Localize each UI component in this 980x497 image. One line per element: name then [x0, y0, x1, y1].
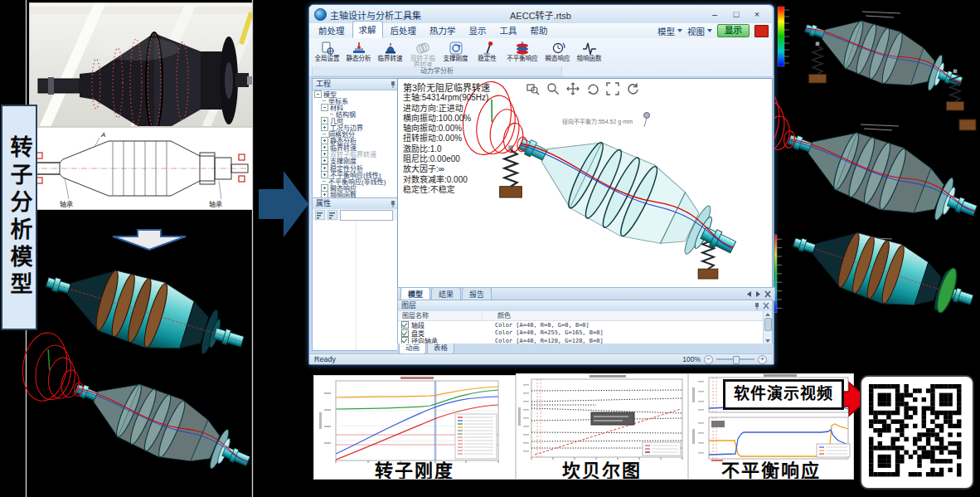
properties-grid	[313, 221, 399, 350]
tree-item-loads-boundary[interactable]: 工况与边界	[313, 124, 399, 130]
zoom-slider-thumb[interactable]	[733, 356, 740, 364]
unbalance-annotation: 径向不平衡力:554.52 g·mm	[562, 117, 633, 125]
waveform-icon	[582, 41, 597, 56]
properties-panel: 属性	[312, 197, 400, 351]
scrollbar-thumb[interactable]	[764, 318, 772, 331]
pin-icon[interactable]	[390, 80, 396, 88]
tree-item-model[interactable]: 模型	[313, 90, 399, 97]
tab-results[interactable]: 结果	[431, 287, 461, 300]
qr-code	[860, 375, 974, 490]
refresh-icon[interactable]	[626, 82, 639, 95]
stacked-disks-icon	[515, 41, 530, 56]
campbell-chart-caption: 坎贝尔图	[517, 456, 687, 480]
document-name: AECC转子.rtsb	[309, 8, 772, 22]
menu-tools[interactable]: 工具	[494, 22, 523, 38]
record-indicator	[754, 25, 769, 37]
result-info-block: 第3阶无阻尼临界转速 主轴:54314rpm(905Hz) 进动方向:正进动 横…	[403, 83, 490, 195]
unbalance-chart-caption: 不平衡响应	[689, 456, 853, 480]
display-button[interactable]: 显示	[717, 24, 750, 37]
checkbox-checked-icon[interactable]	[401, 321, 409, 329]
viewport-toolbar	[526, 82, 639, 95]
zoom-in-button[interactable]: +	[758, 355, 767, 364]
tree-item-material[interactable]: 材料	[313, 104, 399, 110]
maximize-button[interactable]: □	[725, 7, 747, 22]
sort-az-icon[interactable]	[327, 210, 337, 220]
menubar: 前处理 求解 后处理 热力学 显示 工具 帮助 模型 视图 显示	[309, 23, 772, 39]
pendulum-icon	[480, 41, 495, 56]
pin-icon[interactable]	[754, 302, 760, 309]
tab-close-icon[interactable]	[764, 290, 771, 298]
bearing-label-left: 轴承	[60, 200, 73, 208]
categorize-icon[interactable]	[315, 210, 325, 220]
project-panel-header: 工程	[313, 79, 399, 90]
clock-icon	[551, 41, 565, 56]
fit-view-icon[interactable]	[606, 82, 619, 95]
tab-next-icon[interactable]	[755, 290, 761, 298]
status-text: Ready	[314, 354, 336, 364]
flow-arrow	[259, 171, 308, 237]
properties-filter-input[interactable]	[340, 210, 393, 221]
qr-code-graphic	[861, 377, 969, 485]
layers-panel-header: 图层	[398, 300, 772, 312]
stiffness-chart-plot	[314, 376, 515, 464]
scroll-down-icon[interactable]	[765, 339, 770, 343]
menu-postprocess[interactable]: 后处理	[385, 22, 423, 38]
model-dropdown[interactable]: 模型	[657, 25, 682, 37]
right-view-3	[770, 212, 980, 329]
viewport[interactable]: 第3阶无阻尼临界转速 主轴:54314rpm(905Hz) 进动方向:正进动 横…	[397, 78, 773, 289]
document-gear-icon	[320, 41, 335, 56]
rotor-drawing-graphic: 轴承 轴承 A	[30, 128, 252, 209]
menu-solve[interactable]: 求解	[352, 21, 383, 38]
menu-help[interactable]: 帮助	[525, 22, 554, 38]
campbell-chart-plot	[517, 374, 687, 464]
rotor-drawing: 轴承 轴承 A	[29, 127, 253, 210]
campbell-chart: 坎贝尔图	[516, 373, 688, 480]
ribbon: 全局设置 静态分析 临界转速 双转子临界转速 支撑刚度	[309, 38, 772, 77]
bearing-label-right: 轴承	[209, 200, 222, 208]
pin-icon[interactable]	[390, 200, 396, 207]
menu-thermal[interactable]: 热力学	[424, 22, 462, 38]
view-dropdown[interactable]: 视图	[687, 25, 712, 37]
zoom-icon[interactable]	[546, 82, 560, 95]
project-panel: 工程 模型 坐标系 材料 结构钢 几何 工况与边界 网格划分 静态分析 临界转速…	[312, 78, 400, 199]
rotor-photo	[29, 2, 253, 127]
layers-scrollbar[interactable]	[763, 311, 772, 344]
app-window: 主轴设计与分析工具集 AECC转子.rtsb – □ × 前处理 求解 后处理 …	[308, 4, 774, 365]
layers-panel: 图层 图层名称 颜色 轴段 Color [A=40, R=0, G=0, B=0…	[397, 300, 773, 345]
chevron-down-icon	[677, 29, 682, 32]
project-tree: 模型 坐标系 材料 结构钢 几何 工况与边界 网格划分 静态分析 临界转速 双转…	[313, 90, 399, 198]
zoom-out-button[interactable]: −	[704, 355, 713, 364]
minimize-button[interactable]: –	[704, 7, 725, 22]
slide-canvas: 轴承 轴承 A 转子分析模型 主轴设计与分析工具集 AECC转子.rtsb – …	[0, 0, 980, 497]
rotate-icon[interactable]	[586, 82, 599, 95]
scroll-up-icon[interactable]	[765, 313, 770, 316]
properties-panel-header: 属性	[313, 198, 399, 210]
left-rotor-model	[37, 250, 252, 374]
menu-display[interactable]: 显示	[463, 22, 492, 38]
boxed-refresh-icon	[449, 41, 463, 56]
chevron-down-icon	[707, 29, 712, 32]
stiffness-chart-caption: 转子刚度	[314, 456, 515, 480]
beacon-icon	[383, 41, 398, 56]
detail-label: A	[100, 131, 105, 139]
close-button[interactable]: ×	[746, 7, 768, 22]
tab-model[interactable]: 模型	[400, 287, 430, 300]
zoom-slider[interactable]	[716, 358, 754, 360]
checkbox-checked-icon[interactable]	[401, 329, 409, 337]
layers-columns: 图层名称 颜色	[398, 311, 764, 321]
stiffness-chart: 转子刚度	[313, 375, 516, 480]
status-bar: Ready 100% − +	[309, 353, 772, 364]
close-icon[interactable]	[763, 302, 769, 309]
left-caption-panel: 转子分析模型	[1, 105, 37, 330]
zoom-window-icon[interactable]	[526, 82, 540, 95]
press-icon	[352, 41, 366, 56]
tab-prev-icon[interactable]	[746, 290, 752, 298]
pan-icon[interactable]	[566, 82, 580, 95]
ribbon-group-label: 动力学分析	[312, 66, 562, 76]
right-view-1	[778, 2, 970, 110]
tab-report[interactable]: 报告	[462, 287, 492, 300]
frf-button[interactable]: 频响函数	[574, 39, 604, 71]
down-arrow	[113, 230, 186, 250]
menu-preprocess[interactable]: 前处理	[313, 22, 351, 38]
zoom-level: 100%	[682, 355, 701, 363]
